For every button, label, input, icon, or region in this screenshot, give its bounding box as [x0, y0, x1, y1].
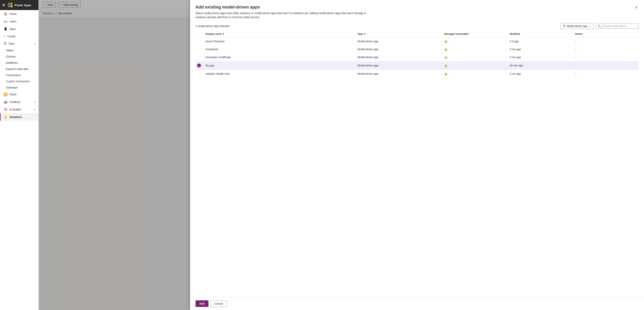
sidebar-item-solutions[interactable]: 💡 Solutions: [0, 113, 38, 121]
dialog-footer: Add Cancel: [190, 297, 644, 310]
dialog-header: Add existing model-driven apps Select mo…: [190, 0, 644, 22]
dialog-title: Add existing model-driven apps: [196, 5, 634, 10]
search-icon: 🔍: [598, 24, 601, 28]
row-checkbox-cell: [196, 53, 204, 61]
row-checkbox-cell: [196, 37, 204, 45]
row-name-cell: Asset Checkout: [204, 37, 356, 45]
col-checkbox: [196, 30, 204, 37]
sidebar-item-label: Learn: [10, 20, 16, 23]
sidebar-item-label: Flows: [10, 93, 17, 96]
sidebar-subitem-export[interactable]: Export to data lake: [0, 66, 38, 72]
row-owner-cell: -: [574, 61, 638, 70]
row-name-cell: Innovation Challenge: [204, 53, 356, 61]
sidebar-item-learn[interactable]: 📖 Learn: [0, 17, 38, 25]
lock-icon: 🔒: [444, 72, 448, 75]
sidebar-subitem-connections[interactable]: Connections: [0, 72, 38, 78]
displayname-sort-icon: ∨: [222, 32, 224, 35]
waffle-icon[interactable]: ⊞: [2, 3, 5, 7]
main-content: + New + Add existing Solutions > My solu…: [39, 0, 644, 310]
col-modified-label: Modified: [510, 32, 520, 35]
col-displayname[interactable]: Display name ∨: [204, 30, 356, 37]
sidebar-item-apps[interactable]: 📱 Apps: [0, 25, 38, 33]
row-type-cell: Model-driven app: [356, 61, 443, 70]
lock-icon: 🔒: [444, 56, 448, 59]
sidebar-item-flows[interactable]: 🔀 Flows: [0, 91, 38, 98]
row-managed-cell: 🔒: [443, 45, 508, 53]
cancel-button[interactable]: Cancel: [210, 300, 227, 307]
col-type[interactable]: Type ∨: [356, 30, 443, 37]
app-brand: Power Apps: [14, 3, 31, 7]
table-row[interactable]: Fundraiser Model-driven app 🔒 3 mo ago -: [196, 45, 639, 53]
col-displayname-label: Display name: [206, 32, 222, 35]
col-modified: Modified: [508, 30, 573, 37]
sidebar-header: ⊞ Power Apps: [0, 0, 38, 10]
col-managed-label: Managed externally?: [444, 32, 469, 35]
flows-icon: 🔀: [4, 93, 8, 96]
table-row[interactable]: Solution Health Hub Model-driven app 🔒 3…: [196, 70, 639, 78]
row-modified-cell: 3 mo ago: [508, 70, 573, 78]
sidebar-item-ai-builder[interactable]: 🧠 AI Builder ∨: [0, 106, 38, 113]
table-row[interactable]: Asset Checkout Model-driven app 🔒 3 d ag…: [196, 37, 639, 45]
sidebar-item-chatbots[interactable]: 🤖 Chatbots ∨: [0, 98, 38, 106]
row-name-cell: Fundraiser: [204, 45, 356, 53]
row-managed-cell: 🔒: [443, 37, 508, 45]
sidebar: ⊞ Power Apps 🏠 Home 📖 Learn 📱 Apps + Cre…: [0, 0, 39, 310]
search-box: 🔍: [596, 23, 638, 29]
type-sort-icon: ∨: [364, 32, 366, 35]
col-owner: Owner: [574, 30, 638, 37]
row-name-cell: My app: [204, 61, 356, 70]
sidebar-item-label: Home: [10, 12, 17, 15]
search-input[interactable]: [602, 24, 637, 28]
col-type-label: Type: [358, 32, 363, 35]
sidebar-subitem-custom-connectors[interactable]: Custom Connectors: [0, 78, 38, 84]
table-header: Display name ∨ Type ∨ Managed externally…: [196, 30, 639, 37]
learn-icon: 📖: [4, 19, 8, 23]
sidebar-item-data[interactable]: 🗄 Data ∧: [0, 40, 38, 47]
row-type-cell: Model-driven app: [356, 70, 443, 78]
row-owner-cell: -: [574, 37, 638, 45]
sidebar-item-create[interactable]: + Create: [0, 33, 38, 40]
filter-chevron-icon: ⌄: [589, 24, 591, 28]
row-type-cell: Model-driven app: [356, 37, 443, 45]
row-type-cell: Model-driven app: [356, 53, 443, 61]
table-row-selected[interactable]: ✓ My app Model-driven app 🔒 34 min ago -: [196, 61, 639, 70]
ai-builder-icon: 🧠: [4, 108, 8, 111]
dialog-close-button[interactable]: ✕: [634, 5, 638, 10]
col-owner-label: Owner: [575, 32, 583, 35]
dialog-table-container: Display name ∨ Type ∨ Managed externally…: [190, 30, 644, 297]
sidebar-item-label: AI Builder: [10, 108, 21, 111]
sidebar-item-home[interactable]: 🏠 Home: [0, 10, 38, 17]
lock-icon: 🔒: [444, 48, 448, 51]
dialog-overlay: Add existing model-driven apps Select mo…: [39, 0, 644, 310]
microsoft-logo: [8, 3, 12, 7]
dialog-subtitle: Select model-driven apps from other solu…: [196, 11, 370, 19]
sidebar-subitem-choices[interactable]: Choices: [0, 53, 38, 60]
row-checkbox-cell: [196, 45, 204, 53]
chatbots-icon: 🤖: [4, 100, 8, 104]
add-button[interactable]: Add: [196, 300, 208, 307]
row-type-cell: Model-driven app: [356, 45, 443, 53]
col-managed: Managed externally?: [443, 30, 508, 37]
row-modified-cell: 3 mo ago: [508, 53, 573, 61]
ai-builder-expand-icon: ∨: [34, 108, 36, 111]
row-managed-cell: 🔒: [443, 61, 508, 70]
sidebar-item-label: Data: [9, 42, 14, 45]
sidebar-item-label: Create: [7, 35, 16, 38]
row-modified-cell: 34 min ago: [508, 61, 573, 70]
filter-icon: [563, 25, 566, 27]
create-icon: +: [4, 35, 6, 38]
dialog-panel: Add existing model-driven apps Select mo…: [190, 0, 644, 310]
sidebar-subitem-gateways[interactable]: Gateways: [0, 84, 38, 91]
sidebar-subitem-tables[interactable]: Tables: [0, 47, 38, 53]
data-expand-icon: ∧: [34, 42, 36, 45]
filter-label: Model-driven app: [567, 24, 588, 28]
table-row[interactable]: Innovation Challenge Model-driven app 🔒 …: [196, 53, 639, 61]
sidebar-item-label: Solutions: [10, 116, 22, 119]
row-modified-cell: 3 mo ago: [508, 45, 573, 53]
row-name-cell: Solution Health Hub: [204, 70, 356, 78]
filter-type-button[interactable]: Model-driven app ⌄: [560, 23, 594, 29]
sidebar-item-label: Apps: [10, 27, 16, 30]
apps-table: Display name ∨ Type ∨ Managed externally…: [196, 30, 639, 78]
sidebar-subitem-dataflows[interactable]: Dataflows: [0, 60, 38, 66]
selected-count: 1 model-driven app selected: [196, 24, 230, 28]
